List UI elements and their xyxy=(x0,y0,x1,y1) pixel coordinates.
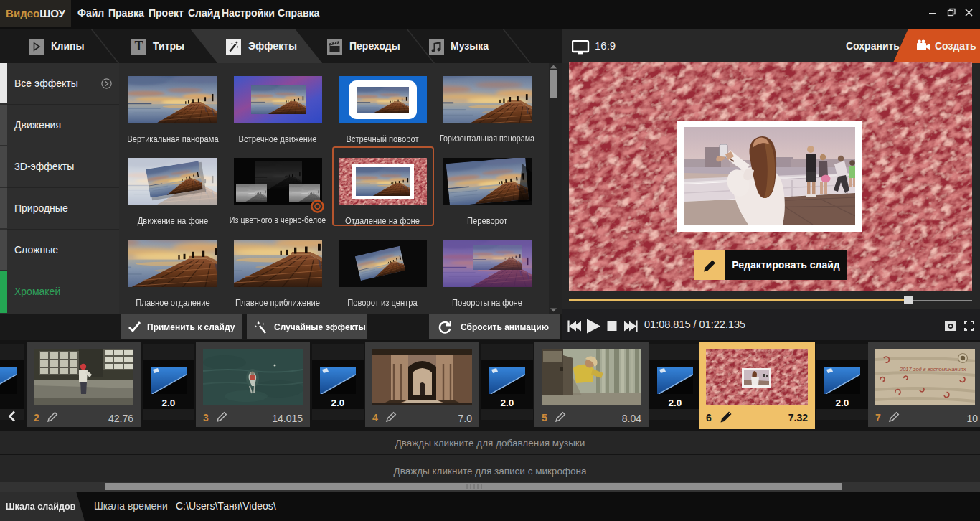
svg-text:2017 год в воспоминаниях: 2017 год в воспоминаниях xyxy=(899,366,966,372)
